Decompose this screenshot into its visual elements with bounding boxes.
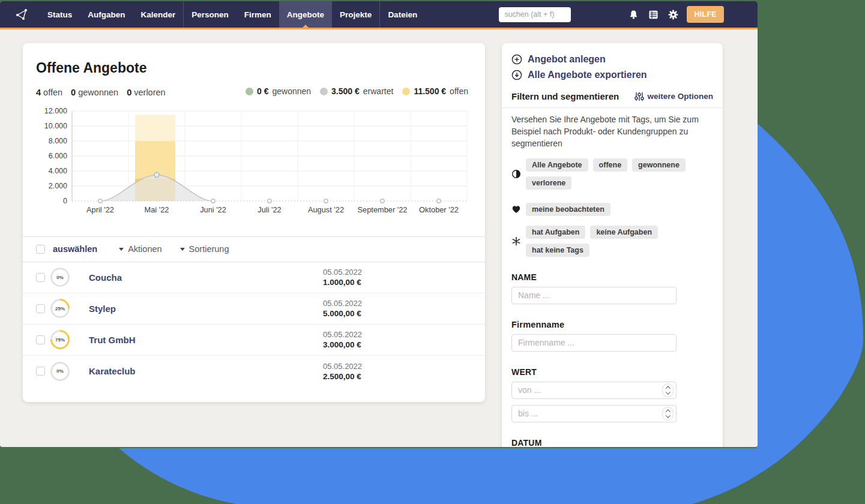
offers-panel: Offene Angebote 4 offen 0 gewonnen 0 ver… bbox=[23, 43, 485, 402]
row-checkbox[interactable] bbox=[36, 304, 45, 313]
nav-item-angebote-active[interactable]: Angebote bbox=[279, 1, 332, 28]
tag-hat-aufgaben[interactable]: hat Aufgaben bbox=[526, 226, 585, 239]
create-offer-link[interactable]: Angebot anlegen bbox=[511, 43, 713, 65]
row-checkbox[interactable] bbox=[36, 335, 45, 344]
sort-dropdown[interactable]: Sortierung bbox=[180, 244, 229, 254]
nav-item-dateien[interactable]: Dateien bbox=[380, 1, 425, 28]
heart-icon bbox=[511, 205, 526, 214]
svg-text:Oktober '22: Oktober '22 bbox=[419, 205, 459, 214]
table-row: 0% Karateclub 05.05.2022 2.500,00 € bbox=[23, 356, 485, 387]
table-row: 0% Coucha 05.05.2022 1.000,00 € bbox=[23, 262, 485, 293]
nav-item-kalender[interactable]: Kalender bbox=[133, 1, 184, 28]
legend-dot-open bbox=[402, 88, 410, 95]
filter-description: Versehen Sie Ihre Angebote mit Tags, um … bbox=[511, 114, 713, 150]
tag-meine-beobachteten[interactable]: meine beobachteten bbox=[526, 203, 610, 216]
download-circle-icon bbox=[511, 70, 522, 80]
probability-ring: 25% bbox=[50, 299, 70, 318]
svg-text:10.000: 10.000 bbox=[44, 122, 67, 130]
peak-point-marker[interactable] bbox=[154, 172, 159, 177]
svg-text:4.000: 4.000 bbox=[49, 167, 67, 175]
offer-value: 5.000,00 € bbox=[323, 309, 362, 318]
y-axis-ticks: 12.000 10.000 8.000 6.000 4.000 2.000 0 bbox=[44, 107, 67, 205]
export-offers-link[interactable]: Alle Angebote exportieren bbox=[511, 70, 713, 80]
half-circle-icon bbox=[511, 169, 526, 179]
row-checkbox[interactable] bbox=[36, 367, 45, 376]
select-all-label[interactable]: auswählen bbox=[53, 244, 97, 254]
svg-text:Mai '22: Mai '22 bbox=[145, 205, 169, 214]
bell-icon[interactable] bbox=[628, 10, 639, 20]
asterisk-icon bbox=[511, 236, 526, 246]
app-logo-icon[interactable] bbox=[16, 8, 29, 21]
date-label: DATUM bbox=[511, 438, 713, 447]
chevron-down-icon bbox=[665, 413, 670, 418]
nav-item-firmen[interactable]: Firmen bbox=[237, 1, 279, 28]
offer-name-link[interactable]: Coucha bbox=[89, 272, 122, 283]
offer-date: 05.05.2022 bbox=[323, 330, 362, 339]
offers-chart: 12.000 10.000 8.000 6.000 4.000 2.000 0 … bbox=[36, 106, 485, 215]
svg-text:2.000: 2.000 bbox=[49, 182, 67, 190]
chevron-down-icon bbox=[665, 389, 670, 394]
tag-offene[interactable]: offene bbox=[593, 158, 628, 172]
chevron-down-icon bbox=[119, 248, 124, 251]
actions-dropdown[interactable]: Aktionen bbox=[119, 244, 161, 254]
help-button[interactable]: HILFE bbox=[687, 6, 724, 23]
tag-keine-aufgaben[interactable]: keine Aufgaben bbox=[590, 226, 658, 239]
offer-name-link[interactable]: Stylep bbox=[89, 304, 116, 314]
probability-ring: 0% bbox=[50, 268, 70, 287]
tag-hat-keine-tags[interactable]: hat keine Tags bbox=[526, 244, 589, 257]
filter-header: Filtern und segmentieren weitere Optione… bbox=[511, 91, 713, 101]
value-from-stepper[interactable] bbox=[662, 383, 674, 397]
select-all-checkbox[interactable] bbox=[36, 245, 45, 254]
offer-value: 3.000,00 € bbox=[323, 340, 362, 349]
legend-item-won: 0 € gewonnen bbox=[246, 86, 311, 96]
offer-meta: 05.05.2022 5.000,00 € bbox=[323, 299, 362, 318]
chevron-down-icon bbox=[180, 248, 185, 251]
svg-text:Juli '22: Juli '22 bbox=[258, 205, 281, 214]
table-icon[interactable] bbox=[648, 10, 659, 20]
plus-circle-icon bbox=[511, 54, 522, 65]
value-to-input[interactable] bbox=[511, 405, 677, 422]
offer-date: 05.05.2022 bbox=[323, 299, 362, 308]
offer-name-link[interactable]: Trut GmbH bbox=[89, 335, 136, 345]
legend-item-expected: 3.500 € erwartet bbox=[320, 86, 393, 96]
page-title: Offene Angebote bbox=[36, 60, 468, 76]
table-row: 25% Stylep 05.05.2022 5.000,00 € bbox=[23, 293, 485, 325]
value-from-input[interactable] bbox=[511, 382, 677, 399]
tag-group-status: Alle Angebote offene gewonnene verlorene bbox=[511, 158, 713, 190]
offer-meta: 05.05.2022 1.000,00 € bbox=[323, 268, 362, 287]
nav-item-status[interactable]: Status bbox=[40, 1, 80, 28]
offer-value: 2.500,00 € bbox=[323, 372, 362, 381]
row-checkbox[interactable] bbox=[36, 273, 45, 282]
filter-sidebar: Angebot anlegen Alle Angebote exportiere… bbox=[502, 43, 723, 447]
search-input[interactable] bbox=[499, 7, 571, 22]
x-axis-ticks: April '22 Mai '22 Juni '22 Juli '22 Augu… bbox=[86, 205, 459, 214]
chart-legend: 0 € gewonnen 3.500 € erwartet 11.500 € o… bbox=[246, 86, 468, 96]
company-filter-input[interactable] bbox=[511, 334, 677, 352]
gear-icon[interactable] bbox=[668, 10, 678, 20]
svg-text:April '22: April '22 bbox=[86, 205, 114, 214]
svg-text:Juni '22: Juni '22 bbox=[200, 205, 226, 214]
offer-name-link[interactable]: Karateclub bbox=[89, 366, 136, 376]
tag-alle-angebote[interactable]: Alle Angebote bbox=[526, 158, 588, 172]
tag-gewonnene[interactable]: gewonnene bbox=[632, 158, 686, 172]
value-to-stepper[interactable] bbox=[662, 407, 674, 421]
nav-item-projekte[interactable]: Projekte bbox=[332, 1, 379, 28]
app-window: Status Aufgaben Kalender Personen Firmen… bbox=[0, 1, 758, 447]
probability-ring: 75% bbox=[50, 330, 70, 349]
offer-meta: 05.05.2022 3.000,00 € bbox=[323, 330, 362, 349]
more-options-link[interactable]: weitere Optionen bbox=[634, 92, 713, 101]
filter-title: Filtern und segmentieren bbox=[511, 91, 619, 101]
name-filter-input[interactable] bbox=[511, 287, 677, 304]
top-nav: Status Aufgaben Kalender Personen Firmen… bbox=[0, 1, 758, 28]
svg-text:September '22: September '22 bbox=[358, 205, 408, 214]
expected-area bbox=[100, 175, 213, 200]
nav-item-aufgaben[interactable]: Aufgaben bbox=[80, 1, 133, 28]
legend-dot-expected bbox=[320, 88, 328, 95]
svg-text:12.000: 12.000 bbox=[44, 107, 67, 115]
svg-text:8.000: 8.000 bbox=[49, 137, 67, 145]
tag-verlorene[interactable]: verlorene bbox=[526, 176, 571, 190]
value-label: WERT bbox=[511, 367, 713, 377]
nav-item-personen[interactable]: Personen bbox=[184, 1, 237, 28]
legend-dot-won bbox=[246, 88, 253, 95]
offer-date: 05.05.2022 bbox=[323, 362, 362, 371]
